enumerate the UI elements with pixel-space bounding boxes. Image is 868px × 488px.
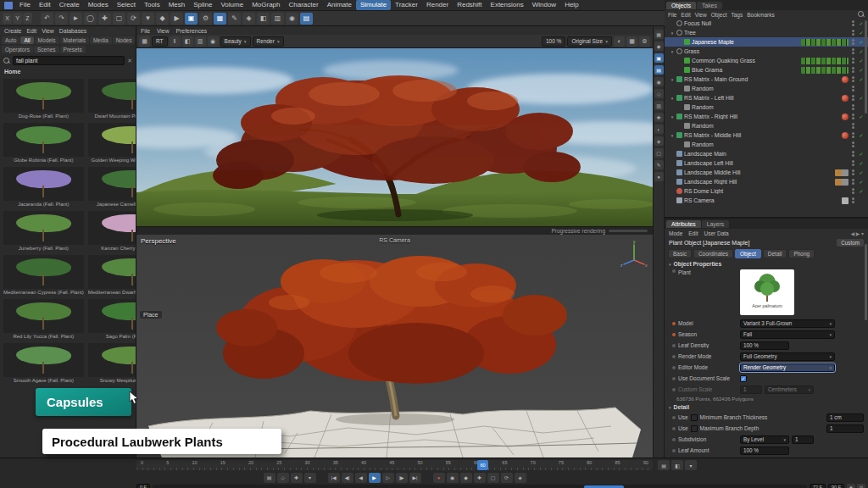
object-manager-menu-item[interactable]: Object: [711, 12, 727, 18]
custom-scale-field[interactable]: 1: [740, 385, 762, 394]
goto-start-button[interactable]: |◀: [328, 473, 340, 483]
scale-tool-button[interactable]: ▢: [113, 13, 125, 25]
enable-axis-tool[interactable]: ✚: [654, 113, 664, 122]
region-render-icon[interactable]: ◧: [182, 36, 193, 47]
next-key-button[interactable]: |▶: [396, 473, 408, 483]
grid-icon[interactable]: ▦: [626, 36, 637, 47]
record-parameter-button[interactable]: ◈: [515, 473, 526, 483]
enabled-check-icon[interactable]: ✓: [858, 132, 865, 138]
clear-search-icon[interactable]: ✕: [127, 58, 132, 64]
keyframe-dot[interactable]: [672, 355, 676, 358]
aov-select[interactable]: Beauty▾: [220, 36, 251, 47]
custom-button[interactable]: Custom: [837, 239, 864, 247]
keyframe-selection-button[interactable]: ◆: [460, 473, 472, 483]
asset-browser-menu-item[interactable]: Databases: [59, 28, 87, 34]
record-position-button[interactable]: ✚: [474, 473, 486, 483]
material-tag-chips[interactable]: [842, 197, 849, 204]
asset-search-input[interactable]: [13, 56, 125, 65]
marker-icon[interactable]: ◇: [277, 473, 289, 483]
expand-icon[interactable]: ▾: [670, 133, 675, 138]
attribute-header-menu[interactable]: Mode: [669, 230, 682, 236]
object-row[interactable]: ▾ RS Matrix - Left Hill ✓: [665, 93, 868, 103]
redo-button[interactable]: ↷: [55, 13, 68, 25]
expand-icon[interactable]: ▾: [670, 30, 675, 36]
visibility-dots[interactable]: [852, 123, 854, 129]
autokey-button[interactable]: ◉: [447, 473, 459, 483]
symmetry-button[interactable]: ◧: [257, 13, 270, 25]
renderview-menu-item[interactable]: File: [141, 28, 150, 34]
object-manager-menu-item[interactable]: View: [695, 12, 707, 18]
select-tool-button[interactable]: ►: [70, 13, 82, 25]
enabled-check-icon[interactable]: ✓: [858, 20, 865, 26]
rotate-tool-button[interactable]: ⟳: [127, 13, 140, 25]
record-keyframe-button[interactable]: ●: [433, 473, 445, 483]
enabled-check-icon[interactable]: ✓: [858, 169, 865, 175]
keyframe-dot[interactable]: [672, 377, 676, 380]
undo-button[interactable]: ↶: [41, 13, 53, 25]
object-row[interactable]: Focus Null ✓: [665, 19, 868, 28]
plant-preview[interactable]: Acer palmatum: [740, 269, 794, 315]
settings-icon[interactable]: ⚙: [639, 36, 650, 47]
max-branch-use-checkbox[interactable]: [691, 425, 698, 432]
plant-asset-item[interactable]: Kanzan Cherry (Fall. Plant): [87, 210, 136, 252]
object-manager-scrollbar[interactable]: [865, 20, 867, 114]
attribute-category-tab[interactable]: Phong: [788, 249, 815, 258]
visibility-dots[interactable]: [852, 104, 854, 110]
attribute-header-menu[interactable]: Edit: [688, 230, 698, 236]
keyframe-dot[interactable]: [672, 449, 676, 452]
snap-tool[interactable]: ◈: [654, 136, 664, 146]
object-row[interactable]: RS Camera: [665, 196, 868, 205]
object-row[interactable]: ▾ RS Matrix - Main Ground ✓: [665, 75, 868, 84]
expand-icon[interactable]: ▾: [670, 77, 675, 82]
current-frame-marker[interactable]: 60: [477, 460, 488, 470]
object-manager-menu-item[interactable]: Bookmarks: [747, 12, 775, 18]
custom-scale-unit-select[interactable]: Centimeters: [765, 385, 814, 394]
bucket-icon[interactable]: ◉: [208, 36, 219, 47]
coordinate-system-button[interactable]: ◆: [156, 13, 169, 25]
enabled-check-icon[interactable]: ✓: [858, 160, 865, 166]
move-tool-button[interactable]: ✚: [98, 13, 111, 25]
menu-item[interactable]: Redshift: [453, 0, 486, 10]
image-size-select[interactable]: Original Size▾: [567, 36, 612, 47]
menu-item[interactable]: Character: [285, 0, 323, 10]
capsule-tool[interactable]: ●: [654, 172, 664, 181]
bookmark-icon[interactable]: ▤: [264, 473, 275, 483]
object-row[interactable]: ▾ RS Matrix - Middle Hill ✓: [665, 130, 868, 140]
rt-toggle-button[interactable]: RT: [152, 36, 168, 47]
viewport-name-label[interactable]: Perspective: [141, 237, 176, 245]
simulation-scene-button[interactable]: ▤: [300, 13, 313, 25]
aov-icon[interactable]: ▥: [195, 36, 206, 47]
visibility-dots[interactable]: [852, 179, 854, 185]
menu-item[interactable]: Tracker: [391, 0, 422, 10]
object-manager-menu-item[interactable]: Edit: [681, 12, 690, 18]
fields-button[interactable]: ◉: [286, 13, 298, 25]
model-select[interactable]: Variant 3 Full-Grown: [740, 319, 835, 328]
plant-asset-item[interactable]: Golden Weeping Willow (Fall. Plant): [87, 122, 136, 164]
preview-range-track[interactable]: [153, 485, 807, 488]
object-row[interactable]: Landscape Left Hill ✓: [665, 158, 868, 168]
timeline-mode-icon[interactable]: ▤: [658, 460, 670, 470]
material-tag-chips[interactable]: [842, 76, 849, 83]
record-scale-button[interactable]: ▢: [487, 473, 499, 483]
timeline-ruler[interactable]: 051015202530354045505560657075808590: [136, 460, 653, 470]
attribute-header-icons[interactable]: ◀ ▶ ▾: [850, 230, 864, 236]
enabled-check-icon[interactable]: ✓: [858, 39, 865, 45]
plant-asset-item[interactable]: Mediterranean Cypress (Fall. Plant): [3, 254, 85, 296]
expand-icon[interactable]: ▾: [670, 96, 675, 101]
material-tag-chips[interactable]: [842, 95, 849, 102]
expand-icon[interactable]: ▾: [670, 114, 675, 119]
material-tag-chips[interactable]: [801, 67, 849, 74]
attribute-category-tab[interactable]: Basic: [668, 249, 692, 258]
menu-item[interactable]: Tools: [140, 0, 164, 10]
subdivision-select[interactable]: By Level: [740, 435, 789, 444]
viewport-solo-tool[interactable]: ◐: [654, 125, 664, 134]
asset-browser-subtab[interactable]: Presets: [60, 46, 86, 53]
edges-mode-tool[interactable]: ◇: [654, 89, 664, 98]
next-frame-button[interactable]: ▷: [382, 473, 394, 483]
plant-asset-item[interactable]: Dwarf Mountain Pine (Fall. Plant): [87, 78, 136, 119]
menu-item[interactable]: Simulate: [356, 0, 391, 10]
zoom-level-label[interactable]: 100 %: [542, 36, 565, 47]
menu-item[interactable]: File: [15, 0, 35, 10]
keyframe-dot[interactable]: [672, 427, 676, 430]
material-tag-chips[interactable]: [801, 39, 849, 46]
